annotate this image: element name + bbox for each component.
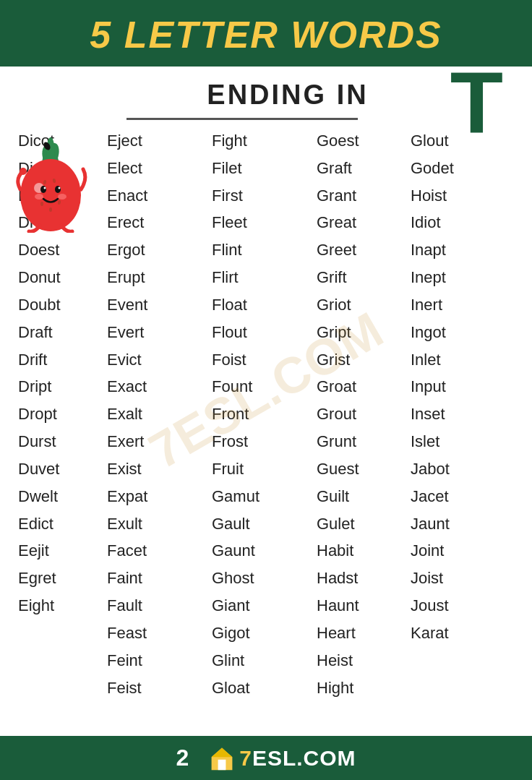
svg-point-17 (20, 168, 27, 175)
list-item: Gaunt (212, 537, 305, 565)
divider (126, 118, 358, 120)
list-item: Hoist (411, 182, 479, 210)
list-item: Grist (317, 346, 399, 374)
list-item: Feint (107, 647, 200, 674)
list-item: Grift (317, 264, 399, 291)
list-item: Fount (212, 373, 305, 400)
list-item: Joint (411, 537, 479, 565)
list-item: Expat (107, 483, 200, 510)
list-item: Erupt (107, 264, 200, 291)
svg-point-9 (59, 187, 61, 189)
word-column-4: GloutGodetHoistIdiotInaptIneptInertIngot… (405, 127, 484, 701)
list-item: Donut (18, 264, 95, 291)
list-item: Eejit (18, 537, 95, 565)
svg-point-4 (20, 159, 81, 231)
list-item: Flirt (212, 264, 305, 291)
list-item: Evert (107, 319, 200, 346)
list-item: Great (317, 209, 399, 236)
list-item: Graft (317, 155, 399, 182)
list-item: Feist (107, 674, 200, 702)
list-item: Ghost (212, 565, 305, 592)
word-column-2: FightFiletFirstFleetFlintFlirtFloatFlout… (206, 127, 311, 701)
word-column-3: GoestGraftGrantGreatGreetGriftGriotGript… (311, 127, 405, 701)
list-item: Inlet (411, 346, 479, 374)
svg-point-6 (40, 186, 46, 193)
list-item: Haunt (317, 592, 399, 620)
list-item: Exalt (107, 400, 200, 428)
list-item: Hight (317, 674, 399, 702)
list-item: First (212, 182, 305, 210)
list-item: Ergot (107, 236, 200, 264)
svg-point-16 (49, 207, 52, 212)
svg-point-11 (58, 194, 66, 200)
list-item: Dript (18, 373, 95, 400)
list-item: Goest (317, 127, 399, 155)
footer: 2 7ESL.COM (0, 736, 532, 780)
list-item: Habit (317, 537, 399, 565)
list-item: Front (212, 400, 305, 428)
svg-point-14 (40, 202, 43, 206)
logo-icon (209, 745, 235, 771)
list-item: Greet (317, 236, 399, 264)
list-item: Joist (411, 565, 479, 592)
page-title: 5 LETTER WORDS (22, 13, 510, 56)
list-item: Gulet (317, 510, 399, 538)
list-item: Fruit (212, 455, 305, 483)
list-item: Heart (317, 620, 399, 647)
list-item: Jacet (411, 483, 479, 510)
list-item: Doest (18, 236, 95, 264)
list-item: Idiot (411, 209, 479, 236)
list-item: Exert (107, 428, 200, 455)
list-item: Enact (107, 182, 200, 210)
list-item: Elect (107, 155, 200, 182)
list-item: Edict (18, 510, 95, 538)
list-item: Doubt (18, 291, 95, 319)
footer-logo: 7ESL.COM (209, 745, 356, 771)
list-item: Gault (212, 510, 305, 538)
list-item: Glint (212, 647, 305, 674)
list-item: Draft (18, 319, 95, 346)
ending-in-label: ENDING IN (207, 80, 368, 111)
list-item: Fault (107, 592, 200, 620)
list-item: Dwelt (18, 483, 95, 510)
list-item: Feast (107, 620, 200, 647)
list-item: Faint (107, 565, 200, 592)
list-item: Eight (18, 592, 95, 620)
list-item: Karat (411, 620, 479, 647)
list-item: Griot (317, 291, 399, 319)
list-item: Inept (411, 264, 479, 291)
list-item: Islet (411, 428, 479, 455)
list-item: Exult (107, 510, 200, 538)
svg-point-7 (55, 186, 61, 193)
list-item: Drift (18, 346, 95, 374)
list-item: Joust (411, 592, 479, 620)
list-item: Flout (212, 319, 305, 346)
svg-point-8 (44, 187, 46, 189)
list-item: Jabot (411, 455, 479, 483)
word-column-1: EjectElectEnactErectErgotEruptEventEvert… (101, 127, 206, 701)
list-item: Evict (107, 346, 200, 374)
list-item: Fight (212, 127, 305, 155)
list-item: Inapt (411, 236, 479, 264)
list-item: Erect (107, 209, 200, 236)
list-item: Exact (107, 373, 200, 400)
list-item: Dropt (18, 400, 95, 428)
list-item: Event (107, 291, 200, 319)
list-item: Grant (317, 182, 399, 210)
list-item: Gloat (212, 674, 305, 702)
list-item: Exist (107, 455, 200, 483)
list-item: Durst (18, 428, 95, 455)
page-number: 2 (176, 745, 189, 771)
list-item: Facet (107, 537, 200, 565)
list-item: Inset (411, 400, 479, 428)
svg-rect-20 (218, 759, 226, 769)
list-item: Hadst (317, 565, 399, 592)
svg-marker-19 (212, 747, 233, 757)
list-item: Groat (317, 373, 399, 400)
list-item: Filet (212, 155, 305, 182)
page-wrapper: 5 LETTER WORDS (0, 0, 532, 780)
list-item: Guest (317, 455, 399, 483)
list-item: Fleet (212, 209, 305, 236)
list-item: Ingot (411, 319, 479, 346)
list-item: Float (212, 291, 305, 319)
